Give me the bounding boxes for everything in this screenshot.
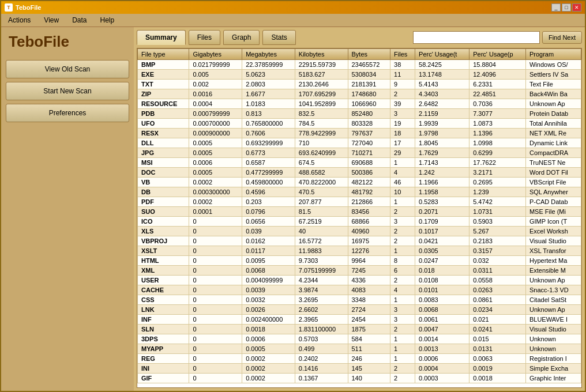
table-cell: 2.3965 [295,315,348,325]
table-cell: RESOURCE [138,99,189,109]
col-header-file-type[interactable]: File type [138,49,189,60]
table-cell: Windows OS/ [525,60,581,70]
table-cell: 0.032 [469,256,526,266]
table-cell: 0.0006 [242,334,295,344]
menu-data[interactable]: Data [70,15,89,25]
table-cell: 7.075199999 [295,266,348,276]
table-cell: RESX [138,129,189,138]
view-old-scan-button[interactable]: View Old Scan [6,60,129,78]
table-cell: 0.7606 [242,129,295,138]
table-cell: 12.4096 [469,70,526,80]
table-cell: 727040 [348,138,390,148]
table-cell: 0.0005 [189,168,242,178]
title-bar-buttons: _ □ ✕ [551,3,581,12]
table-cell: Snacc-1.3 VD [525,285,581,295]
table-cell: 0.002 [189,80,242,89]
table-cell: 0 [189,217,242,227]
table-cell: 0 [189,256,242,266]
table-cell: 584 [348,334,390,344]
col-header-files[interactable]: Files [390,49,415,60]
tab-stats[interactable]: Stats [262,30,295,45]
table-cell: CompactDRA [525,148,581,158]
table-cell: INF [138,315,189,325]
table-cell: 2724 [348,305,390,315]
table-cell: 690688 [348,158,390,168]
table-cell: XSLT [138,246,189,256]
table-container[interactable]: File type Gigabytes Megabytes Kilobytes … [137,48,582,388]
tab-summary[interactable]: Summary [137,30,186,45]
col-header-gigabytes[interactable]: Gigabytes [189,49,242,60]
table-row: VB0.00020.459800000470.8222000482122461.… [138,178,581,187]
table-cell: 0 [189,354,242,364]
table-cell: 0.2402 [295,354,348,364]
table-body: BMP0.02179999922.3785999922915.597392346… [138,60,581,383]
table-cell: 0.0018 [469,374,526,383]
minimize-button[interactable]: _ [551,3,561,12]
menu-view[interactable]: View [42,15,61,25]
table-cell: Registration I [525,354,581,364]
table-cell: LNK [138,305,189,315]
maximize-button[interactable]: □ [562,3,571,12]
search-input[interactable] [413,31,540,44]
table-cell: 0.3157 [469,246,526,256]
col-header-megabytes[interactable]: Megabytes [242,49,295,60]
table-cell: 16.5772 [295,236,348,246]
table-cell: Simple Excha [525,364,581,374]
table-cell: 1.239 [469,187,526,197]
table-cell: 4336 [348,276,390,285]
table-cell: 0.000900000 [189,129,242,138]
col-header-perc-usage-p[interactable]: Perc' Usage(p [469,49,526,60]
table-cell: 0.005 [189,70,242,80]
table-cell: 6 [390,266,415,276]
tab-files[interactable]: Files [189,30,220,45]
table-cell: 4.3403 [415,89,469,99]
table-cell: Unknown [525,334,581,344]
table-cell: 2 [390,374,415,383]
table-cell: 0.0162 [242,236,295,246]
table-cell: 0 [189,276,242,285]
app-title: TeboFile [6,33,129,51]
table-cell: 1.9939 [415,119,469,129]
table-row: XSLT00.011711.98831227610.03050.3157XSL … [138,246,581,256]
find-next-button[interactable]: Find Next [542,31,582,44]
table-cell: 1.9798 [415,129,469,138]
table-cell: 470.5 [295,187,348,197]
table-cell: 1748680 [348,89,390,99]
table-row: MYAPP00.00050.49951110.00130.0131Unknown [138,344,581,354]
table-cell: 0.0006 [189,158,242,168]
menu-help[interactable]: Help [98,15,117,25]
table-cell: EXE [138,70,189,80]
table-cell: GIMP Icon (T [525,217,581,227]
close-button[interactable]: ✕ [572,3,581,12]
col-header-program[interactable]: Program [525,49,581,60]
table-cell: 0.5903 [469,217,526,227]
table-row: GIF00.00020.136714020.00030.0018Graphic … [138,374,581,383]
preferences-button[interactable]: Preferences [6,104,129,122]
table-cell: Back4Win Ba [525,89,581,99]
table-cell: 1 [390,354,415,364]
col-header-perc-usage-t[interactable]: Perc' Usage(t [415,49,469,60]
table-cell: 140 [348,374,390,383]
table-cell: 1 [390,295,415,305]
table-cell: 1 [390,197,415,207]
table-cell: 1707.695299 [295,89,348,99]
menu-actions[interactable]: Actions [6,15,33,25]
table-cell: 2 [390,89,415,99]
col-header-bytes[interactable]: Bytes [348,49,390,60]
table-row: BMP0.02179999922.3785999922915.597392346… [138,60,581,70]
table-cell: 511 [348,344,390,354]
table-cell: 0.0018 [242,325,295,334]
table-cell: 0.039 [242,227,295,236]
start-new-scan-button[interactable]: Start New Scan [6,82,129,100]
table-cell: 0.1416 [295,364,348,374]
table-cell: 0.0263 [469,285,526,295]
table-cell: 0.2183 [469,236,526,246]
table-row: 3DPS00.00060.570358410.00140.015Unknown [138,334,581,344]
table-cell: CSS [138,295,189,305]
table-cell: 3 [390,109,415,119]
table-cell: 1.1958 [415,187,469,197]
table-cell: VB [138,178,189,187]
col-header-kilobytes[interactable]: Kilobytes [295,49,348,60]
table-cell: 0 [189,374,242,383]
tab-graph[interactable]: Graph [223,30,260,45]
